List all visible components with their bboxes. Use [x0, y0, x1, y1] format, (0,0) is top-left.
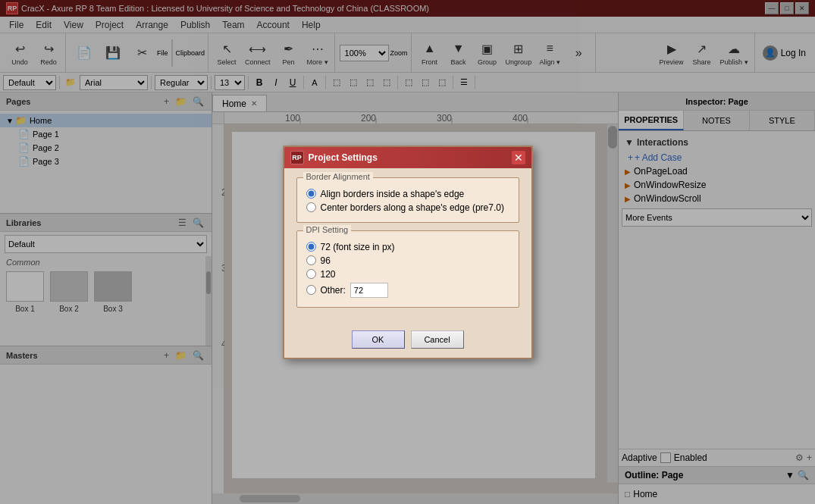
dialog-close-button[interactable]: ✕ [512, 151, 525, 164]
border-alignment-title: Border Alignment [303, 172, 373, 181]
border-center-radio[interactable] [306, 202, 316, 212]
border-inside-radio[interactable] [306, 189, 316, 199]
border-center-label: Center borders along a shape's edge (pre… [321, 202, 504, 213]
dialog-rp-icon: RP [290, 151, 304, 164]
dpi-96-option[interactable]: 96 [306, 255, 509, 266]
modal-overlay: RP Project Settings ✕ Border Alignment A… [0, 0, 815, 504]
dpi-other-radio[interactable] [306, 285, 316, 295]
project-settings-dialog: RP Project Settings ✕ Border Alignment A… [283, 146, 533, 359]
dpi-96-label: 96 [321, 255, 331, 266]
border-center-option[interactable]: Center borders along a shape's edge (pre… [306, 202, 509, 213]
dpi-72-label: 72 (font size in px) [321, 242, 395, 252]
border-alignment-group: Border Alignment Align borders inside a … [296, 177, 519, 223]
dpi-other-input[interactable] [350, 283, 388, 298]
dialog-titlebar: RP Project Settings ✕ [284, 147, 531, 168]
dpi-other-label: Other: [321, 285, 346, 296]
dpi-72-option[interactable]: 72 (font size in px) [306, 242, 509, 252]
dpi-other-option[interactable]: Other: [306, 285, 346, 296]
dialog-title: Project Settings [309, 152, 378, 163]
dpi-options: 72 (font size in px) 96 120 Other: [306, 242, 509, 298]
dialog-footer: OK Cancel [284, 324, 531, 358]
dpi-96-radio[interactable] [306, 255, 316, 265]
dpi-other-row: Other: [306, 283, 509, 298]
dpi-120-radio[interactable] [306, 269, 316, 279]
border-inside-option[interactable]: Align borders inside a shape's edge [306, 189, 509, 199]
border-alignment-options: Align borders inside a shape's edge Cent… [306, 189, 509, 213]
dpi-72-radio[interactable] [306, 242, 316, 252]
ok-button[interactable]: OK [352, 330, 405, 349]
dialog-body: Border Alignment Align borders inside a … [284, 168, 531, 324]
dpi-120-label: 120 [321, 269, 336, 280]
cancel-button[interactable]: Cancel [411, 330, 464, 349]
dpi-120-option[interactable]: 120 [306, 269, 509, 280]
dpi-setting-group: DPI Setting 72 (font size in px) 96 120 [296, 230, 519, 308]
dialog-titlebar-left: RP Project Settings [290, 151, 378, 164]
border-inside-label: Align borders inside a shape's edge [321, 189, 465, 199]
dpi-setting-title: DPI Setting [303, 225, 352, 234]
